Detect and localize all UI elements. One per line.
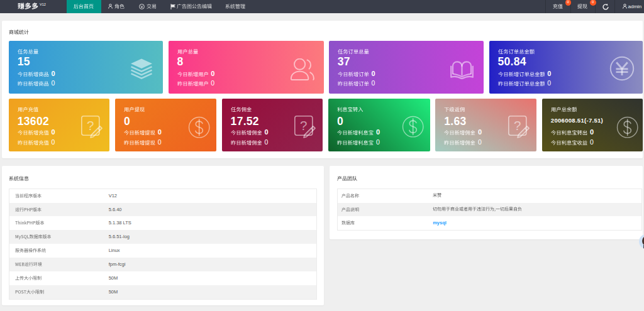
svg-text:?: ? [514, 118, 521, 133]
svg-text:?: ? [300, 118, 307, 133]
svg-text:?: ? [87, 118, 94, 133]
